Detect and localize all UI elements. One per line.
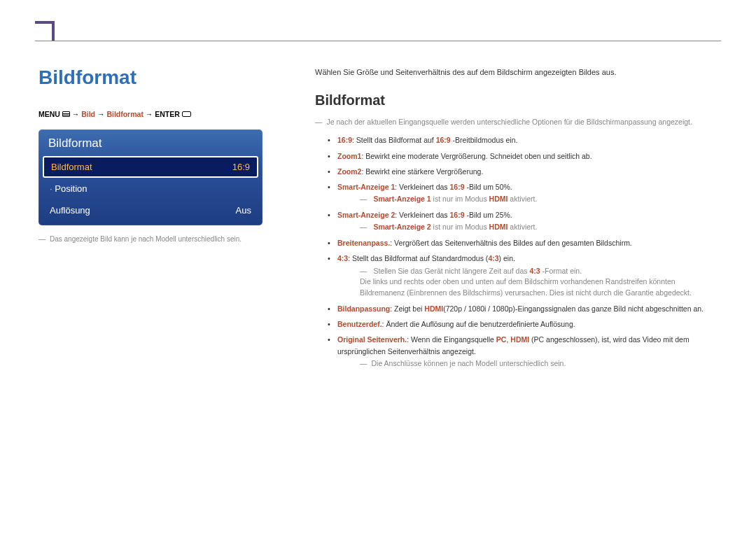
breadcrumb-arrow: → bbox=[97, 110, 106, 118]
list-item: 16:9: Stellt das Bildformat auf 16:9 -Br… bbox=[315, 134, 721, 146]
t: HDMI bbox=[489, 195, 508, 203]
list-item: 4:3: Stellt das Bildformat auf Standardm… bbox=[315, 253, 721, 299]
breadcrumb-enter: ENTER bbox=[155, 110, 180, 118]
osd-row-label: Auflösung bbox=[50, 205, 90, 216]
t: : Stellt das Bildformat auf Standardmodu… bbox=[348, 254, 488, 262]
opt-label: Benutzerdef. bbox=[337, 320, 382, 328]
opt-label: Bildanpassung bbox=[337, 304, 390, 313]
osd-row-value: Aus bbox=[236, 205, 251, 216]
opt-label: Smart-Anzeige 2 bbox=[337, 211, 395, 219]
t: : Bewirkt eine moderate Vergrößerung. Sc… bbox=[361, 152, 592, 160]
sub-note: Smart-Anzeige 2 ist nur im Modus HDMI ak… bbox=[360, 222, 721, 233]
list-item: Breitenanpass.: Vergrößert das Seitenver… bbox=[315, 237, 721, 248]
t: : Stellt das Bildformat auf bbox=[352, 136, 436, 144]
osd-row-bildformat[interactable]: Bildformat 16:9 bbox=[43, 156, 258, 178]
breadcrumb-bildformat: Bildformat bbox=[106, 110, 144, 118]
t: Smart-Anzeige 2 bbox=[373, 223, 430, 231]
opt-label: 16:9 bbox=[337, 136, 352, 144]
t: ist nur im Modus bbox=[431, 195, 489, 203]
t: PC bbox=[496, 335, 507, 344]
opt-label: Zoom1 bbox=[337, 152, 361, 160]
sub-note: Stellen Sie das Gerät nicht längere Zeit… bbox=[360, 266, 721, 299]
list-item: Smart-Anzeige 1: Verkleinert das 16:9 -B… bbox=[315, 181, 721, 205]
t: ) ein. bbox=[499, 254, 515, 262]
left-column: Bildformat MENU → Bild → Bildformat → EN… bbox=[38, 66, 276, 243]
t: HDMI bbox=[489, 223, 508, 231]
t: : Vergrößert das Seitenverhältnis des Bi… bbox=[390, 239, 632, 247]
list-item: Smart-Anzeige 2: Verkleinert das 16:9 -B… bbox=[315, 209, 721, 233]
breadcrumb: MENU → Bild → Bildformat → ENTER bbox=[38, 110, 276, 118]
list-item: Bildanpassung: Zeigt bei HDMI(720p / 108… bbox=[315, 303, 721, 314]
menu-icon bbox=[62, 111, 70, 117]
t: : Wenn die Eingangsquelle bbox=[407, 335, 496, 344]
page: Bildformat MENU → Bild → Bildformat → EN… bbox=[0, 0, 756, 534]
t: HDMI bbox=[510, 335, 529, 344]
t: 4:3 bbox=[529, 267, 540, 275]
t: -Breitbildmodus ein. bbox=[451, 136, 518, 144]
osd-row-label: Position bbox=[50, 183, 87, 194]
osd-row-aufloesung[interactable]: Auflösung Aus bbox=[38, 199, 262, 225]
enter-icon bbox=[182, 111, 191, 117]
right-column: Wählen Sie Größe und Seitenverhältnis de… bbox=[315, 66, 721, 374]
header-accent bbox=[35, 21, 55, 41]
header-divider bbox=[35, 41, 721, 41]
t: aktiviert. bbox=[507, 223, 537, 231]
footnote: Das angezeigte Bild kann je nach Modell … bbox=[38, 235, 276, 243]
t: Smart-Anzeige 1 bbox=[373, 195, 430, 203]
page-title: Bildformat bbox=[38, 66, 276, 89]
opt-label: Smart-Anzeige 1 bbox=[337, 183, 395, 191]
list-item: Original Seitenverh.: Wenn die Eingangsq… bbox=[315, 334, 721, 369]
t: Stellen Sie das Gerät nicht längere Zeit… bbox=[373, 267, 529, 275]
t: ist nur im Modus bbox=[431, 223, 489, 231]
t: : Ändert die Auflösung auf die benutzerd… bbox=[382, 320, 575, 328]
list-item: Zoom2: Bewirkt eine stärkere Vergrößerun… bbox=[315, 166, 721, 177]
t: 16:9 bbox=[450, 211, 465, 219]
list-item: Zoom1: Bewirkt eine moderate Vergrößerun… bbox=[315, 150, 721, 162]
list-item: Benutzerdef.: Ändert die Auflösung auf d… bbox=[315, 318, 721, 330]
sub-note: Smart-Anzeige 1 ist nur im Modus HDMI ak… bbox=[360, 194, 721, 205]
breadcrumb-arrow: → bbox=[72, 110, 81, 118]
t: : Verkleinert das bbox=[395, 211, 449, 219]
sub-note: Die Anschlüsse können je nach Modell unt… bbox=[360, 358, 721, 370]
t: 16:9 bbox=[450, 183, 465, 191]
t: : Bewirkt eine stärkere Vergrößerung. bbox=[361, 167, 483, 176]
section-title: Bildformat bbox=[315, 92, 721, 108]
t: Die links und rechts oder oben und unten… bbox=[360, 277, 692, 297]
t: -Bild um 25%. bbox=[465, 211, 512, 219]
t: (720p / 1080i / 1080p)-Eingangssignalen … bbox=[443, 304, 704, 313]
opt-label: Breitenanpass. bbox=[337, 239, 390, 247]
top-note: Je nach der aktuellen Eingangsquelle wer… bbox=[315, 117, 721, 128]
breadcrumb-bild: Bild bbox=[81, 110, 95, 118]
t: : Zeigt bei bbox=[390, 304, 424, 313]
breadcrumb-arrow: → bbox=[146, 110, 155, 118]
t: 16:9 bbox=[436, 136, 451, 144]
opt-label: Zoom2 bbox=[337, 167, 361, 176]
t: 4:3 bbox=[488, 254, 498, 262]
osd-row-position[interactable]: Position bbox=[38, 178, 262, 199]
osd-row-value: 16:9 bbox=[232, 162, 250, 172]
osd-row-label: Bildformat bbox=[51, 162, 92, 172]
option-list: 16:9: Stellt das Bildformat auf 16:9 -Br… bbox=[315, 134, 721, 369]
t: : Verkleinert das bbox=[395, 183, 449, 191]
osd-title: Bildformat bbox=[38, 129, 262, 156]
opt-label: Original Seitenverh. bbox=[337, 335, 407, 344]
intro-text: Wählen Sie Größe und Seitenverhältnis de… bbox=[315, 66, 721, 78]
t: -Format ein. bbox=[540, 267, 582, 275]
breadcrumb-menu: MENU bbox=[38, 110, 60, 118]
t: HDMI bbox=[424, 304, 443, 313]
t: aktiviert. bbox=[507, 195, 537, 203]
t: -Bild um 50%. bbox=[465, 183, 512, 191]
osd-panel: Bildformat Bildformat 16:9 Position Aufl… bbox=[38, 129, 262, 225]
opt-label: 4:3 bbox=[337, 254, 348, 262]
